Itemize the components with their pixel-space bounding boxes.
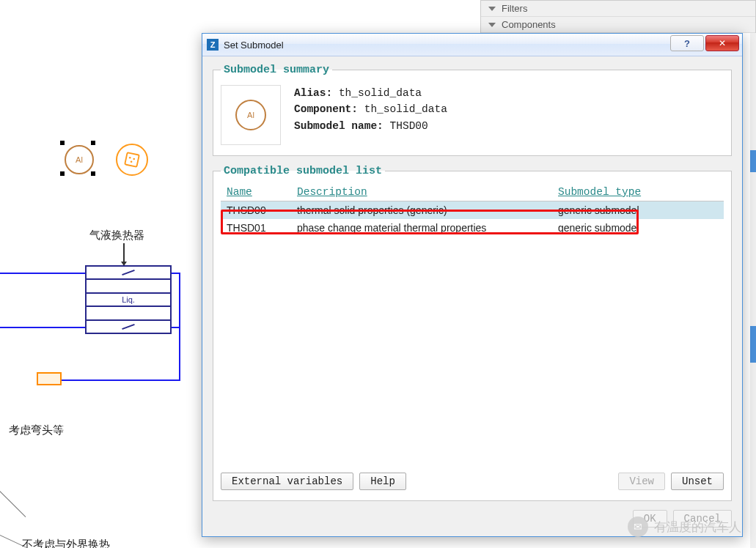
app-icon: Z bbox=[207, 39, 219, 51]
pipe bbox=[0, 273, 85, 274]
pipe bbox=[59, 379, 180, 381]
table-row[interactable]: THSD00 thermal solid properties (generic… bbox=[221, 201, 724, 220]
dialog-title: Set Submodel bbox=[224, 40, 284, 51]
summary-legend: Submodel summary bbox=[221, 64, 332, 76]
cell-type: generic submodel bbox=[552, 219, 724, 237]
arrow-icon bbox=[123, 243, 125, 265]
scroll-marker bbox=[750, 326, 756, 363]
svg-point-3 bbox=[131, 160, 133, 163]
component-al-solid[interactable]: Al bbox=[60, 141, 95, 176]
list-legend: Compatible submodel list bbox=[221, 165, 385, 177]
al-icon: Al bbox=[65, 145, 94, 174]
view-button[interactable]: View bbox=[618, 473, 665, 490]
properties-panel: Filters Components bbox=[480, 0, 756, 33]
selection-handle[interactable] bbox=[91, 171, 95, 176]
submodel-table-wrapper: Name Description Submodel type THSD00 th… bbox=[221, 183, 724, 467]
titlebar[interactable]: Z Set Submodel ✕ bbox=[202, 34, 742, 56]
chevron-down-icon bbox=[488, 7, 496, 11]
scroll-marker bbox=[750, 150, 756, 172]
filters-label: Filters bbox=[502, 3, 527, 14]
bends-label: 考虑弯头等 bbox=[9, 423, 64, 437]
liq-label: Liq. bbox=[120, 295, 136, 304]
cell-name: THSD00 bbox=[221, 201, 291, 220]
col-name[interactable]: Name bbox=[221, 183, 291, 201]
close-icon: ✕ bbox=[719, 39, 726, 48]
set-submodel-dialog: Z Set Submodel ✕ Submodel summary Al Ali… bbox=[202, 33, 743, 537]
component-material[interactable] bbox=[116, 144, 148, 176]
submodel-table: Name Description Submodel type THSD00 th… bbox=[221, 183, 724, 237]
ok-button[interactable]: OK bbox=[633, 510, 667, 527]
help-button[interactable] bbox=[670, 35, 704, 51]
list-button-row: External variables Help View Unset bbox=[221, 467, 724, 490]
scroll-strip bbox=[750, 33, 756, 548]
cancel-button[interactable]: Cancel bbox=[673, 510, 732, 527]
heat-exchanger-label: 气液换热器 bbox=[89, 229, 144, 242]
pipe bbox=[179, 273, 180, 381]
component-orange-block[interactable] bbox=[37, 372, 62, 385]
selection-handle[interactable] bbox=[60, 141, 65, 145]
unset-button[interactable]: Unset bbox=[671, 473, 724, 490]
annotation-line bbox=[0, 491, 26, 517]
components-row[interactable]: Components bbox=[481, 17, 755, 33]
table-row[interactable]: THSD01 phase change material thermal pro… bbox=[221, 219, 724, 237]
summary-icon: Al bbox=[221, 85, 281, 145]
col-description[interactable]: Description bbox=[291, 183, 552, 201]
cell-desc: thermal solid properties (generic) bbox=[291, 201, 552, 220]
cell-desc: phase change material thermal properties bbox=[291, 219, 552, 237]
material-icon bbox=[124, 152, 140, 168]
pipe bbox=[0, 327, 85, 328]
submodel-summary-panel: Submodel summary Al Alias: th_solid_data… bbox=[213, 64, 732, 156]
summary-text: Alias: th_solid_data Component: th_solid… bbox=[294, 85, 447, 134]
al-icon: Al bbox=[235, 100, 266, 130]
filters-row[interactable]: Filters bbox=[481, 1, 755, 17]
close-button[interactable]: ✕ bbox=[705, 35, 739, 51]
compatible-list-panel: Compatible submodel list Name Descriptio… bbox=[213, 165, 732, 501]
svg-point-1 bbox=[129, 157, 131, 159]
dialog-footer: OK Cancel bbox=[202, 510, 742, 536]
svg-point-2 bbox=[133, 158, 135, 160]
selection-handle[interactable] bbox=[60, 171, 65, 176]
no-external-heat-label: 不考虑与外界换热 bbox=[22, 538, 110, 548]
chevron-down-icon bbox=[488, 23, 496, 27]
component-heat-exchanger[interactable]: Liq. bbox=[85, 265, 172, 334]
cell-name: THSD01 bbox=[221, 219, 291, 237]
cell-type: generic submodel bbox=[552, 201, 724, 220]
svg-rect-0 bbox=[125, 152, 139, 167]
components-label: Components bbox=[502, 19, 556, 30]
help-button[interactable]: Help bbox=[359, 473, 406, 490]
external-variables-button[interactable]: External variables bbox=[221, 473, 353, 490]
col-type[interactable]: Submodel type bbox=[552, 183, 724, 201]
selection-handle[interactable] bbox=[91, 141, 95, 145]
